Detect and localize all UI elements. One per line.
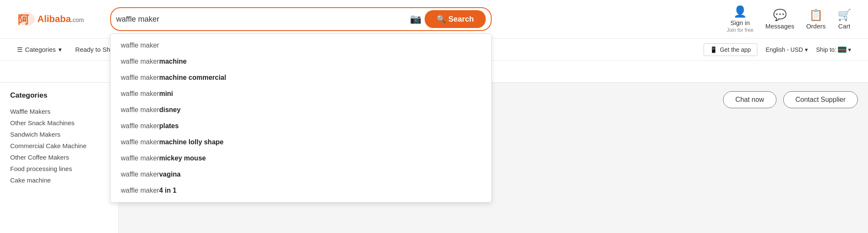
dropdown-item-2[interactable]: waffle maker machine commercial <box>111 70 491 86</box>
cart-label: Cart <box>838 22 850 30</box>
sign-in-label: Sign in <box>730 19 750 26</box>
svg-text:阿: 阿 <box>18 13 29 26</box>
sidebar-item-cake-machine[interactable]: Cake machine <box>10 174 108 186</box>
sidebar-item-food-processing[interactable]: Food processing lines <box>10 163 108 174</box>
dropdown-item-4-light: waffle maker <box>121 106 159 114</box>
logo[interactable]: 阿 Alibaba .com <box>17 11 102 27</box>
orders-icon: 📋 <box>809 8 823 22</box>
dropdown-item-6-bold: machine lolly shape <box>159 138 223 146</box>
dropdown-item-4[interactable]: waffle maker disney <box>111 102 491 118</box>
dropdown-item-8[interactable]: waffle maker vagina <box>111 166 491 182</box>
ship-to-selector[interactable]: Ship to: ▾ <box>816 46 851 53</box>
orders-label: Orders <box>806 22 826 30</box>
dropdown-item-7[interactable]: waffle maker mickey mouse <box>111 150 491 166</box>
sidebar-item-waffle-makers[interactable]: Waffle Makers <box>10 106 108 117</box>
dropdown-item-9-bold: 4 in 1 <box>159 187 176 194</box>
ready-to-ship-nav[interactable]: Ready to Ship <box>75 46 115 53</box>
sidebar-item-other-snack[interactable]: Other Snack Machines <box>10 117 108 129</box>
dropdown-item-6[interactable]: waffle maker machine lolly shape <box>111 134 491 150</box>
mobile-icon: 📱 <box>710 46 717 53</box>
language-selector[interactable]: English - USD ▾ <box>766 46 808 53</box>
messages-label: Messages <box>765 22 794 30</box>
messages-icon: 💬 <box>773 8 787 22</box>
categories-label: Categories <box>25 46 56 53</box>
search-input[interactable] <box>116 15 410 24</box>
user-icon: 👤 <box>733 5 747 18</box>
get-app-button[interactable]: 📱 Get the app <box>704 43 757 56</box>
dropdown-item-3[interactable]: waffle maker mini <box>111 86 491 102</box>
join-free-label: Join for free <box>726 27 753 33</box>
dropdown-item-7-light: waffle maker <box>121 154 159 162</box>
language-label: English - USD <box>766 46 803 53</box>
dropdown-item-0-text: waffle maker <box>121 42 159 49</box>
dropdown-item-8-light: waffle maker <box>121 171 159 178</box>
categories-nav[interactable]: ☰ Categories ▾ <box>17 46 62 53</box>
cart-icon: 🛒 <box>837 8 851 22</box>
sidebar-item-other-coffee[interactable]: Other Coffee Makers <box>10 152 108 163</box>
logo-com: .com <box>71 17 83 23</box>
contact-supplier-button[interactable]: Contact Supplier <box>783 91 858 108</box>
logo-name: Alibaba <box>37 14 71 25</box>
sidebar-item-sandwich[interactable]: Sandwich Makers <box>10 129 108 140</box>
dropdown-item-7-bold: mickey mouse <box>159 154 206 162</box>
header: 阿 Alibaba .com 📷 🔍 Search waffle maker w… <box>0 0 868 39</box>
dropdown-item-5[interactable]: waffle maker plates <box>111 118 491 134</box>
alibaba-logo-icon: 阿 <box>17 11 36 27</box>
dropdown-item-8-bold: vagina <box>159 171 181 178</box>
orders-action[interactable]: 📋 Orders <box>806 8 826 30</box>
search-dropdown: waffle maker waffle maker machine waffle… <box>110 34 492 202</box>
dropdown-item-2-light: waffle maker <box>121 74 159 81</box>
cart-action[interactable]: 🛒 Cart <box>837 8 851 30</box>
header-right: 👤 Sign in Join for free 💬 Messages 📋 Ord… <box>726 5 851 33</box>
search-wrapper: 📷 🔍 Search waffle maker waffle maker mac… <box>110 7 492 31</box>
get-app-label: Get the app <box>720 46 751 53</box>
sidebar-title: Categories <box>10 91 108 100</box>
dropdown-item-6-light: waffle maker <box>121 138 159 146</box>
search-bar: 📷 🔍 Search <box>110 7 492 31</box>
dropdown-item-1[interactable]: waffle maker machine <box>111 53 491 70</box>
dropdown-item-2-bold: machine commercial <box>159 74 226 81</box>
dropdown-item-4-bold: disney <box>159 106 181 114</box>
search-button[interactable]: 🔍 Search <box>425 10 486 28</box>
dropdown-item-5-bold: plates <box>159 122 178 130</box>
messages-action[interactable]: 💬 Messages <box>765 8 794 30</box>
sidebar: Categories Waffle Makers Other Snack Mac… <box>0 83 119 233</box>
dropdown-item-5-light: waffle maker <box>121 122 159 130</box>
search-button-label: Search <box>448 15 474 24</box>
dropdown-item-1-bold: machine <box>159 58 186 65</box>
dropdown-item-3-light: waffle maker <box>121 90 159 98</box>
ship-to-label: Ship to: <box>816 46 836 53</box>
sign-in-action[interactable]: 👤 Sign in Join for free <box>726 5 753 33</box>
chevron-down-icon: ▾ <box>58 46 62 53</box>
chevron-down-icon-lang: ▾ <box>805 46 808 53</box>
search-icon: 🔍 <box>437 14 446 24</box>
chevron-down-icon-ship: ▾ <box>848 46 851 53</box>
chat-now-button[interactable]: Chat now <box>723 91 776 108</box>
dropdown-item-0[interactable]: waffle maker <box>111 37 491 53</box>
hamburger-icon: ☰ <box>17 46 22 53</box>
sidebar-item-commercial-cake[interactable]: Commercial Cake Machine <box>10 140 108 152</box>
dropdown-item-9-light: waffle maker <box>121 187 159 194</box>
dropdown-item-9[interactable]: waffle maker 4 in 1 <box>111 182 491 199</box>
dropdown-item-1-light: waffle maker <box>121 58 159 65</box>
flag-icon <box>838 47 846 53</box>
camera-icon[interactable]: 📷 <box>410 14 421 25</box>
dropdown-item-3-bold: mini <box>159 90 173 98</box>
